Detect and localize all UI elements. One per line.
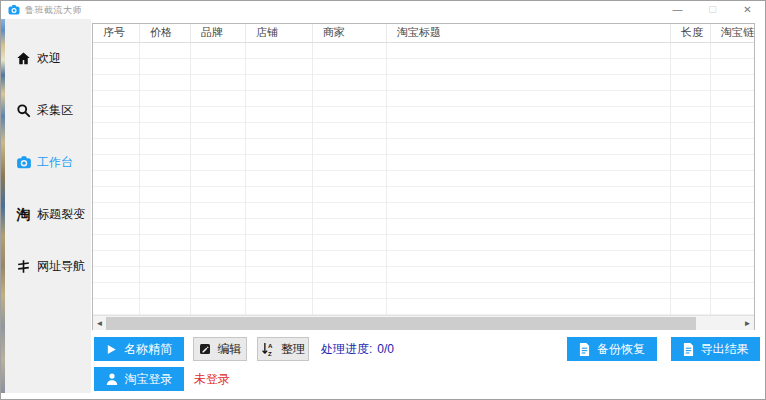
window-controls: — ▢ ✕ <box>660 1 765 19</box>
column-header-3[interactable]: 品牌 <box>191 24 246 42</box>
progress-label: 处理进度: <box>321 342 372 356</box>
sidebar-item-collection[interactable]: 采集区 <box>15 97 91 123</box>
taobao-login-label: 淘宝登录 <box>125 371 173 388</box>
edit-icon <box>199 343 211 355</box>
svg-text:Z: Z <box>268 350 272 356</box>
export-results-label: 导出结果 <box>701 341 749 358</box>
sidebar-item-url-nav[interactable]: 网址导航 <box>15 253 91 279</box>
sort-button[interactable]: A Z 整理 <box>257 337 309 361</box>
progress-indicator: 处理进度:0/0 <box>321 341 394 358</box>
maximize-button[interactable]: ▢ <box>695 1 730 19</box>
titlebar: 鲁班截流大师 — ▢ ✕ <box>1 1 765 19</box>
app-body: 欢迎采集区工作台淘标题裂变网址导航 序号价格品牌店铺商家淘宝标题长度淘宝链接 ◄… <box>1 19 765 399</box>
scroll-left-arrow-icon[interactable]: ◄ <box>93 316 106 331</box>
sidebar-item-label: 采集区 <box>37 102 73 119</box>
column-header-6[interactable]: 淘宝标题 <box>387 24 671 42</box>
taobao-login-button[interactable]: 淘宝登录 <box>94 367 184 391</box>
tao-icon: 淘 <box>15 206 32 223</box>
sidebar-item-workbench[interactable]: 工作台 <box>15 149 91 175</box>
export-results-button[interactable]: 导出结果 <box>671 337 760 361</box>
sidebar-item-label: 网址导航 <box>37 258 85 275</box>
sort-az-icon: A Z <box>261 342 274 356</box>
column-header-4[interactable]: 店铺 <box>246 24 313 42</box>
grid-column-line <box>245 43 246 315</box>
play-icon <box>106 344 117 355</box>
horizontal-scrollbar[interactable]: ◄ ► <box>93 315 754 330</box>
grid-column-line <box>190 43 191 315</box>
backup-restore-button[interactable]: 备份恢复 <box>567 337 657 361</box>
grid-column-line <box>670 43 671 315</box>
sort-label: 整理 <box>281 341 305 358</box>
grid-column-line <box>710 43 711 315</box>
column-header-8[interactable]: 淘宝链接 <box>711 24 754 42</box>
search-icon <box>15 102 32 119</box>
window-title: 鲁班截流大师 <box>25 4 82 17</box>
document-icon <box>683 343 694 356</box>
edit-label: 编辑 <box>218 341 242 358</box>
toolbar-row-1: 名称精简 编辑 <box>94 337 760 361</box>
person-icon <box>106 373 118 385</box>
column-header-1[interactable]: 序号 <box>93 24 140 42</box>
document-icon <box>579 343 590 356</box>
grid-column-line <box>386 43 387 315</box>
grid-header-row: 序号价格品牌店铺商家淘宝标题长度淘宝链接 <box>93 24 754 43</box>
grid-column-line <box>139 43 140 315</box>
grid-column-line <box>312 43 313 315</box>
progress-value: 0/0 <box>377 342 394 356</box>
home-icon <box>15 50 32 67</box>
results-grid: 序号价格品牌店铺商家淘宝标题长度淘宝链接 ◄ ► <box>92 23 755 330</box>
sidebar-item-label: 工作台 <box>37 154 73 171</box>
simplify-names-button[interactable]: 名称精简 <box>94 337 184 361</box>
svg-text:A: A <box>268 342 273 349</box>
login-status-badge: 未登录 <box>194 371 230 388</box>
sidebar-item-title-fission[interactable]: 淘标题裂变 <box>15 201 91 227</box>
scrollbar-track[interactable] <box>696 316 741 331</box>
column-header-5[interactable]: 商家 <box>313 24 387 42</box>
main-area: 序号价格品牌店铺商家淘宝标题长度淘宝链接 ◄ ► 名称精简 <box>91 19 765 399</box>
app-window: 鲁班截流大师 — ▢ ✕ 欢迎采集区工作台淘标题裂变网址导航 序号价格品牌店铺商… <box>0 0 766 400</box>
scrollbar-thumb[interactable] <box>106 317 696 330</box>
column-header-7[interactable]: 长度 <box>671 24 711 42</box>
grid-body <box>93 43 754 315</box>
camera-icon <box>15 154 32 171</box>
close-button[interactable]: ✕ <box>730 1 765 19</box>
sidebar-item-label: 标题裂变 <box>37 206 85 223</box>
sidebar-item-label: 欢迎 <box>37 50 61 67</box>
scroll-right-arrow-icon[interactable]: ► <box>741 316 754 331</box>
sidebar: 欢迎采集区工作台淘标题裂变网址导航 <box>5 19 91 393</box>
toolbar-row-2: 淘宝登录 未登录 <box>94 367 230 391</box>
sidebar-item-welcome[interactable]: 欢迎 <box>15 45 91 71</box>
edit-button[interactable]: 编辑 <box>193 337 247 361</box>
column-header-2[interactable]: 价格 <box>140 24 191 42</box>
minimize-button[interactable]: — <box>660 1 695 19</box>
nav-icon <box>15 258 32 275</box>
simplify-names-label: 名称精简 <box>124 341 172 358</box>
app-camera-icon <box>8 4 20 16</box>
backup-restore-label: 备份恢复 <box>597 341 645 358</box>
